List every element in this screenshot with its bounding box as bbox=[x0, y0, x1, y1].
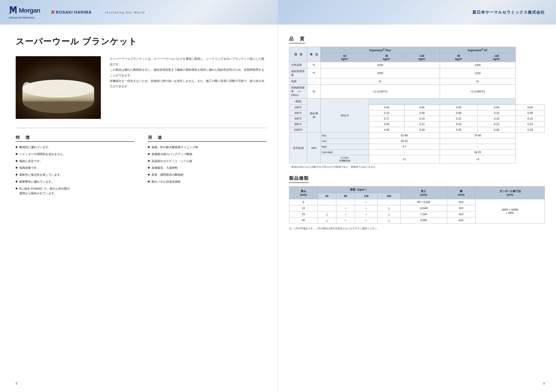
d96-50: ○ bbox=[336, 217, 355, 223]
val-1000-128: 0.25 bbox=[440, 127, 478, 133]
val-plus-color: 白 bbox=[321, 78, 440, 85]
col-density-group: 密度（kg/m³） bbox=[317, 187, 400, 193]
val-plus-shrinkage: <1 (1100℃) bbox=[321, 85, 440, 98]
label-other: その他の金属酸化物 bbox=[321, 155, 369, 163]
page-number-right: 9 bbox=[543, 382, 545, 385]
bullet-icon bbox=[148, 153, 150, 155]
density-160: 160 bbox=[378, 193, 400, 199]
usage-item-6: 耐火パネル目地充填材 bbox=[148, 180, 267, 184]
val-600-128: 0.12 bbox=[440, 116, 478, 121]
d64-13 bbox=[317, 205, 336, 211]
rosaki-logo: K ROSAKI HARIMA bbox=[51, 9, 92, 15]
left-page: Morgan Advanced Materials K ROSAKI HARIM… bbox=[0, 0, 278, 392]
right-page: 新日本サーマルセラミックス株式会社 品 質 項 目 単 位 Superwool®… bbox=[278, 0, 556, 392]
val-400-96: 0.09 bbox=[404, 110, 440, 116]
val-800-64: 0.26 bbox=[369, 121, 404, 127]
feature-item-7: EU 指令 97/69/EC で、発がん性分類の適用から除外されています。 bbox=[16, 187, 134, 196]
row-camgo: Ca0+MgO - 18-25 bbox=[289, 150, 545, 155]
row-color: 色調 - 白 白 bbox=[289, 78, 545, 85]
col-header-ht: Superwool® HT bbox=[440, 47, 515, 53]
label-shrinkage: 加熱線収縮率 （× 24hrs） bbox=[289, 85, 307, 98]
bullet-icon bbox=[16, 146, 17, 148]
usage-item-4: 各種吸音、ろ過材料 bbox=[148, 166, 267, 170]
label-sio2: SiO₂ bbox=[321, 133, 369, 138]
rosaki-k-icon: K bbox=[51, 9, 55, 15]
usage-item-2: 各種耐火材のバックアップ断熱 bbox=[148, 152, 267, 157]
product-intro: スーパーウールブランケットは、スーパーウールバルクを層状に集積し、ニードリングを… bbox=[16, 56, 266, 119]
val-400-ht128: 0.08 bbox=[515, 110, 545, 116]
length-50: 3,660 bbox=[400, 217, 447, 223]
quality-table: 項 目 単 位 Superwool® Plus Superwool® HT 64… bbox=[289, 47, 545, 163]
length-25: 7,320 bbox=[400, 211, 447, 217]
val-ht-other: <3 bbox=[440, 155, 515, 163]
temp-label-600℃: 600℃ bbox=[289, 116, 307, 121]
density-header-label: （密度） bbox=[289, 98, 307, 105]
thickness-6: 6 bbox=[289, 199, 318, 205]
length-13: 14,640 bbox=[400, 205, 447, 211]
val-600-ht128: 0.14 bbox=[515, 116, 545, 121]
temp-label-800℃: 800℃ bbox=[289, 121, 307, 127]
svg-rect-1 bbox=[9, 13, 9, 14]
usage-item-3: 高温部のガスケット・シール材 bbox=[148, 159, 267, 164]
val-800-96: 0.21 bbox=[404, 121, 440, 127]
val-ht-sio2: 70-80 bbox=[440, 133, 515, 138]
col-header-item: 項 目 bbox=[289, 47, 307, 62]
col-header-unit: 単 位 bbox=[307, 47, 321, 62]
usage-item-5: 厨房、調理器具の断熱材 bbox=[148, 173, 267, 177]
rosaki-name: ROSAKI HARIMA bbox=[56, 10, 92, 15]
divider bbox=[16, 128, 266, 128]
label-color: 色調 bbox=[289, 78, 307, 85]
unit-thermal: W/m·K bbox=[321, 98, 369, 133]
density-64: 64 bbox=[317, 193, 336, 199]
header-left: Morgan Advanced Materials K ROSAKI HARIM… bbox=[0, 0, 278, 25]
features-column: 特 徴 断熱性に優れています。 バインダーや潤滑剤を含みません。 熱的に安定です… bbox=[16, 135, 134, 198]
temp-label-400℃: 400℃ bbox=[289, 110, 307, 116]
bullet-icon bbox=[148, 167, 150, 169]
val-plus-continuous: 1000 bbox=[321, 68, 440, 78]
val-ht-mgo: - bbox=[440, 144, 515, 150]
val-ht-cao: - bbox=[440, 138, 515, 144]
header-right: 新日本サーマルセラミックス株式会社 bbox=[278, 0, 556, 25]
col-plus-96: 96kg/m³ bbox=[369, 53, 404, 62]
val-400-ht96: 0.10 bbox=[478, 110, 515, 116]
unit-shrinkage: % bbox=[307, 85, 321, 98]
d64-50: △ bbox=[317, 217, 336, 223]
unit-color: - bbox=[307, 78, 321, 85]
val-plus-camgo: - bbox=[369, 150, 440, 155]
feature-item-4: 低熱容量です。 bbox=[16, 166, 134, 170]
label-thermal: 熱伝導率 bbox=[307, 98, 321, 133]
col-ht-128: 128kg/m³ bbox=[478, 53, 515, 62]
val-ht-color: 白 bbox=[440, 78, 515, 85]
val-ht-continuous: 1150 bbox=[440, 68, 515, 78]
product-title: スーパーウール ブランケット bbox=[16, 36, 266, 47]
width-25: 610 bbox=[447, 211, 475, 217]
bullet-icon bbox=[16, 174, 17, 175]
val-plus-other: <1 bbox=[369, 155, 440, 163]
d96-13: ○ bbox=[336, 205, 355, 211]
right-content: 品 質 項 目 単 位 Superwool® Plus Superwool® H… bbox=[278, 25, 556, 239]
val-800-128: 0.18 bbox=[440, 121, 478, 127]
width-13: 610 bbox=[447, 205, 475, 211]
val-800-ht96: 0.32 bbox=[478, 121, 515, 127]
val-1000-ht128: 0.34 bbox=[515, 127, 545, 133]
label-chemistry: 化学組成 bbox=[289, 133, 307, 163]
morgan-name: Morgan bbox=[19, 7, 40, 14]
bullet-icon bbox=[148, 181, 150, 182]
products-title: 製品種類 bbox=[289, 175, 309, 183]
val-600-96: 0.14 bbox=[404, 116, 440, 121]
product-row-6: 6 ○ 4R × 5,500 610 460H × 640W× 460L bbox=[289, 199, 545, 205]
val-200-ht128: 0.04 bbox=[515, 105, 545, 110]
width-6: 610 bbox=[447, 199, 475, 205]
temp-label-1000℃: 1000℃ bbox=[289, 127, 307, 133]
val-plus-mgo: 3-7 bbox=[369, 144, 440, 150]
row-continuous-temp: 連続使用温度 ℃ 1000 1150 bbox=[289, 68, 545, 78]
row-mgo: MgO 3-7 - bbox=[289, 144, 545, 150]
val-ht-camgo: 18-25 bbox=[440, 150, 515, 155]
features-title: 特 徴 bbox=[16, 135, 134, 142]
features-section: 特 徴 断熱性に優れています。 バインダーや潤滑剤を含みません。 熱的に安定です… bbox=[16, 135, 266, 198]
d160-6 bbox=[378, 199, 400, 205]
col-box: ダンボール箱寸法(mm) bbox=[475, 187, 545, 199]
density-subheader bbox=[369, 98, 515, 105]
val-600-ht96: 0.19 bbox=[478, 116, 515, 121]
label-cao: CaO bbox=[321, 138, 369, 144]
